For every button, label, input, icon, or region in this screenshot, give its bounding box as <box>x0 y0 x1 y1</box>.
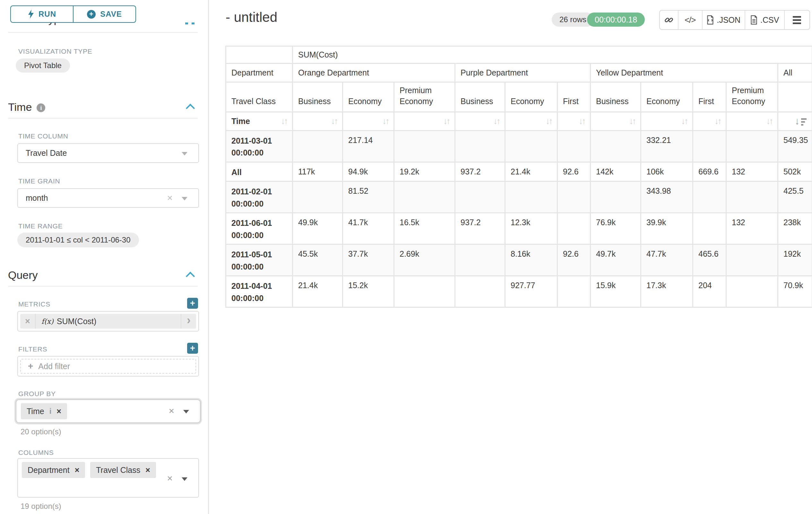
sort-arrows-icon[interactable]: ↓↑ <box>546 117 552 126</box>
pivot-cell: 669.6 <box>693 162 726 182</box>
pivot-cell: 41.7k <box>343 213 394 244</box>
time-range-pill[interactable]: 2011-01-01 ≤ col < 2011-06-30 <box>17 233 139 247</box>
columns-label: COLUMNS <box>18 449 54 457</box>
export-button-group: </> .JSON .CSV <box>659 10 810 30</box>
pivot-sort-cell-all[interactable]: ↓ <box>778 112 812 130</box>
clear-icon[interactable]: × <box>169 406 174 416</box>
remove-tag-icon[interactable]: × <box>57 407 61 416</box>
pivot-sort-row-label: Time <box>231 117 250 126</box>
sort-arrows-icon[interactable]: ↓↑ <box>443 117 449 126</box>
divider <box>8 32 198 33</box>
remove-tag-icon[interactable]: × <box>75 465 80 475</box>
time-grain-value: month <box>26 193 48 203</box>
pivot-sort-cell[interactable]: ↓↑ <box>590 112 641 130</box>
export-json-button[interactable]: .JSON <box>702 10 745 29</box>
time-grain-select[interactable]: month × <box>17 188 199 208</box>
add-filter-plus-button[interactable]: + <box>187 343 198 354</box>
pivot-sort-cell[interactable]: ↓↑ <box>726 112 778 130</box>
remove-metric-icon[interactable]: × <box>20 314 36 329</box>
info-icon[interactable]: i <box>50 407 52 416</box>
pivot-sort-cell[interactable]: ↓↑ <box>505 112 557 130</box>
pivot-cell <box>726 244 778 276</box>
pivot-sort-cell[interactable]: ↓↑ <box>343 112 394 130</box>
sort-arrows-icon[interactable]: ↓↑ <box>382 117 388 126</box>
pivot-cell <box>505 130 557 162</box>
pivot-cell <box>394 182 455 213</box>
lightning-bolt-icon <box>28 10 34 19</box>
pivot-sort-cell[interactable]: ↓↑ <box>293 112 343 130</box>
pivot-cell: 106k <box>641 162 693 182</box>
groupby-options-note: 20 option(s) <box>21 427 61 436</box>
pivot-cell: 2.69k <box>394 244 455 276</box>
pivot-cell: 549.35 <box>778 130 812 162</box>
hamburger-icon <box>793 23 801 24</box>
time-grain-label: TIME GRAIN <box>18 177 60 185</box>
pivot-cell <box>394 130 455 162</box>
pivot-cell <box>557 130 590 162</box>
time-section-title: Time <box>8 101 32 113</box>
collapse-time-section-icon[interactable] <box>186 104 195 113</box>
more-options-button[interactable] <box>784 10 809 29</box>
remove-tag-icon[interactable]: × <box>145 465 150 475</box>
pivot-class-header: Economy <box>641 82 693 112</box>
pivot-cell: 192k <box>778 244 812 276</box>
columns-select[interactable]: Department × Travel Class × × <box>17 458 199 497</box>
pivot-time-sort-header[interactable]: Time↓↑ <box>226 112 293 130</box>
run-button[interactable]: RUN <box>10 5 74 23</box>
sort-arrows-icon[interactable]: ↓↑ <box>493 117 499 126</box>
groupby-select[interactable]: Time i × × <box>16 399 201 423</box>
pivot-cell: 94.9k <box>343 162 394 182</box>
chevron-right-icon[interactable]: › <box>181 314 196 329</box>
chart-title[interactable]: - untitled <box>226 10 277 25</box>
clear-icon[interactable]: × <box>167 193 173 203</box>
pivot-sort-cell[interactable]: ↓↑ <box>455 112 505 130</box>
share-link-button[interactable] <box>660 10 678 29</box>
pivot-sort-cell[interactable]: ↓↑ <box>693 112 726 130</box>
plus-icon: + <box>28 362 33 371</box>
collapse-query-section-icon[interactable] <box>186 272 195 281</box>
export-csv-button[interactable]: .CSV <box>745 10 784 29</box>
columns-tag-label: Travel Class <box>96 465 140 475</box>
viz-type-pill[interactable]: Pivot Table <box>16 58 70 73</box>
groupby-tag-time[interactable]: Time i × <box>21 403 67 419</box>
sort-arrows-icon[interactable]: ↓↑ <box>766 117 772 126</box>
pivot-cell: 8.16k <box>505 244 557 276</box>
pivot-sort-cell[interactable]: ↓↑ <box>394 112 455 130</box>
columns-tag-department[interactable]: Department × <box>22 462 85 478</box>
add-filter-button[interactable]: + Add filter <box>20 359 196 374</box>
pivot-cell: 12.3k <box>505 213 557 244</box>
query-section-title: Query <box>8 269 38 281</box>
pivot-cell: 15.2k <box>343 276 394 307</box>
pivot-sort-cell[interactable]: ↓↑ <box>641 112 693 130</box>
sort-arrows-icon[interactable]: ↓↑ <box>629 117 635 126</box>
metric-pill[interactable]: × f(x) SUM(Cost) › <box>20 314 196 329</box>
sort-arrows-icon[interactable]: ↓↑ <box>579 117 585 126</box>
pivot-cell <box>693 130 726 162</box>
json-button-label: .JSON <box>717 16 741 25</box>
pivot-cell: 81.52 <box>343 182 394 213</box>
info-circle-icon[interactable]: i <box>37 104 45 112</box>
pivot-row-label: 2011-03-01 00:00:00 <box>226 130 293 162</box>
chevron-up-icon <box>192 23 195 24</box>
pivot-cell <box>726 182 778 213</box>
time-column-select[interactable]: Travel Date <box>17 143 199 163</box>
caret-down-icon <box>183 410 189 413</box>
sort-arrows-icon[interactable]: ↓↑ <box>681 117 687 126</box>
sort-desc-icon[interactable]: ↓ <box>795 117 807 126</box>
view-query-button[interactable]: </> <box>678 10 702 29</box>
pivot-row: All117k94.9k19.2k937.221.4k92.6142k106k6… <box>226 162 812 182</box>
pivot-cell: 39.9k <box>641 213 693 244</box>
pivot-cell <box>726 130 778 162</box>
save-button[interactable]: + SAVE <box>74 5 136 23</box>
columns-tag-travel-class[interactable]: Travel Class × <box>90 462 156 478</box>
pivot-row: 2011-06-01 00:00:0049.9k41.7k16.5k937.21… <box>226 213 812 244</box>
sort-arrows-icon[interactable]: ↓↑ <box>281 117 287 126</box>
sort-arrows-icon[interactable]: ↓↑ <box>331 117 337 126</box>
pivot-cell: 37.7k <box>343 244 394 276</box>
sort-arrows-icon[interactable]: ↓↑ <box>715 117 721 126</box>
pivot-class-header: Premium Economy <box>394 82 455 112</box>
pivot-cell: 19.2k <box>394 162 455 182</box>
add-metric-button[interactable]: + <box>187 298 198 309</box>
clear-icon[interactable]: × <box>167 474 173 483</box>
pivot-sort-cell[interactable]: ↓↑ <box>557 112 590 130</box>
